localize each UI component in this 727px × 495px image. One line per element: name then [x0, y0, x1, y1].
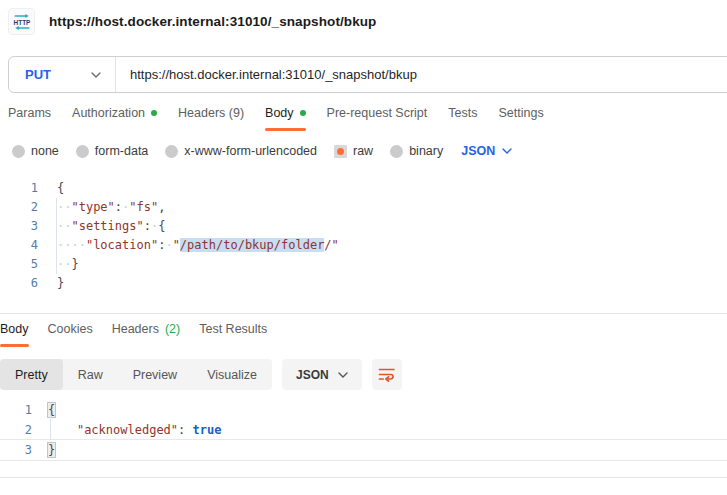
mode-label: none: [31, 144, 59, 158]
request-body-editor[interactable]: 1 { 2 ··"type":·"fs", 3 ··"settings":·{ …: [0, 179, 727, 293]
code-line: 5 ··}: [0, 255, 727, 274]
tab-pre-request-script[interactable]: Pre-request Script: [327, 106, 428, 131]
view-label: Pretty: [15, 368, 48, 382]
response-tab-headers[interactable]: Headers (2): [112, 322, 181, 347]
tab-headers[interactable]: Headers (9): [178, 106, 244, 131]
line-number: 2: [0, 420, 32, 440]
method-selector[interactable]: PUT: [9, 57, 115, 92]
whitespace-dots: ·: [165, 238, 172, 252]
response-body-viewer[interactable]: 1 { 2 "acknowledged": true 3 }: [0, 400, 727, 460]
language-label: JSON: [296, 368, 329, 382]
body-mode-row: none form-data x-www-form-urlencoded raw…: [12, 144, 512, 158]
line-number: 3: [0, 440, 32, 460]
code-line: 3 ··"settings":·{: [0, 217, 727, 236]
punctuation: :: [144, 219, 151, 233]
tab-label: Pre-request Script: [327, 106, 428, 120]
chevron-down-icon: [338, 372, 348, 378]
whitespace-dots: ··: [57, 219, 71, 233]
line-number: 4: [0, 236, 38, 255]
mode-label: binary: [409, 144, 443, 158]
request-title-bar: HTTP https://host.docker.internal:31010/…: [8, 8, 376, 35]
line-number: 1: [0, 400, 32, 420]
tab-label: Body: [265, 106, 294, 120]
json-value: ": [173, 238, 180, 252]
tab-label: Headers: [112, 322, 159, 336]
brace: }: [57, 276, 64, 290]
mode-label: form-data: [95, 144, 149, 158]
selected-text: /path/to/bkup/folder: [180, 238, 325, 252]
mode-none[interactable]: none: [12, 144, 59, 158]
view-preview[interactable]: Preview: [118, 359, 192, 390]
url-input[interactable]: [116, 57, 727, 92]
chevron-down-icon: [502, 148, 512, 154]
mode-form-data[interactable]: form-data: [76, 144, 149, 158]
mode-raw[interactable]: raw: [334, 144, 373, 158]
mode-x-www-form-urlencoded[interactable]: x-www-form-urlencoded: [165, 144, 317, 158]
green-dot-icon: [151, 110, 157, 116]
tab-label: Cookies: [48, 322, 93, 336]
brace: {: [57, 181, 64, 195]
language-label: JSON: [461, 144, 495, 158]
view-visualize[interactable]: Visualize: [192, 359, 272, 390]
line-number: 6: [0, 274, 38, 293]
green-dot-icon: [300, 110, 306, 116]
request-language-selector[interactable]: JSON: [461, 144, 512, 158]
tab-settings[interactable]: Settings: [498, 106, 543, 131]
tab-label: Params: [8, 106, 51, 120]
response-view-controls: Pretty Raw Preview Visualize JSON: [0, 359, 402, 390]
wrap-line-icon: [378, 367, 396, 382]
line-number: 5: [0, 255, 38, 274]
view-label: Raw: [78, 368, 103, 382]
mode-binary[interactable]: binary: [390, 144, 443, 158]
indent-guide: [56, 198, 57, 274]
tab-body[interactable]: Body: [265, 106, 306, 131]
whitespace-dots: ··: [57, 257, 71, 271]
chevron-down-icon: [91, 72, 101, 78]
view-label: Visualize: [207, 368, 257, 382]
indent-guide: [50, 413, 51, 440]
bottom-divider: [0, 477, 727, 478]
request-tabs: Params Authorization Headers (9) Body Pr…: [8, 106, 544, 131]
whitespace: [48, 423, 77, 437]
wrap-line-button[interactable]: [372, 359, 402, 390]
radio-icon: [12, 145, 25, 158]
punctuation: :: [115, 200, 122, 214]
tab-label: Settings: [498, 106, 543, 120]
tab-tests[interactable]: Tests: [448, 106, 477, 131]
json-boolean: true: [193, 423, 222, 437]
response-tab-test-results[interactable]: Test Results: [199, 322, 267, 347]
code-line: 2 ··"type":·"fs",: [0, 198, 727, 217]
brace: {: [158, 219, 165, 233]
view-raw[interactable]: Raw: [63, 359, 118, 390]
radio-icon: [165, 145, 178, 158]
http-request-icon: HTTP: [8, 8, 35, 35]
whitespace-dots: ····: [57, 238, 86, 252]
response-tabs: Body Cookies Headers (2) Test Results: [0, 322, 267, 347]
tab-authorization[interactable]: Authorization: [72, 106, 157, 131]
tab-label: Test Results: [199, 322, 267, 336]
matched-brace: }: [48, 443, 55, 457]
mode-label: x-www-form-urlencoded: [184, 144, 317, 158]
response-tab-cookies[interactable]: Cookies: [48, 322, 93, 347]
tab-label: Body: [0, 322, 29, 336]
view-pretty[interactable]: Pretty: [0, 359, 63, 390]
tab-params[interactable]: Params: [8, 106, 51, 131]
tab-label: Authorization: [72, 106, 145, 120]
response-language-selector[interactable]: JSON: [282, 359, 362, 390]
mode-label: raw: [353, 144, 373, 158]
code-line: 1 {: [0, 179, 727, 198]
json-key: "location": [86, 238, 158, 252]
line-number: 1: [0, 179, 38, 198]
code-line-current: 3 }: [0, 440, 727, 460]
brace: }: [71, 257, 78, 271]
request-title: https://host.docker.internal:31010/_snap…: [49, 14, 376, 29]
json-key: "acknowledged": [77, 423, 178, 437]
code-line: 1 {: [0, 400, 727, 420]
code-line: 6 }: [0, 274, 727, 293]
tab-label: Headers (9): [178, 106, 244, 120]
section-divider: [0, 313, 727, 314]
headers-count-badge: (2): [165, 322, 180, 336]
code-line: 2 "acknowledged": true: [0, 420, 727, 440]
response-tab-body[interactable]: Body: [0, 322, 29, 347]
punctuation: ,: [158, 200, 165, 214]
